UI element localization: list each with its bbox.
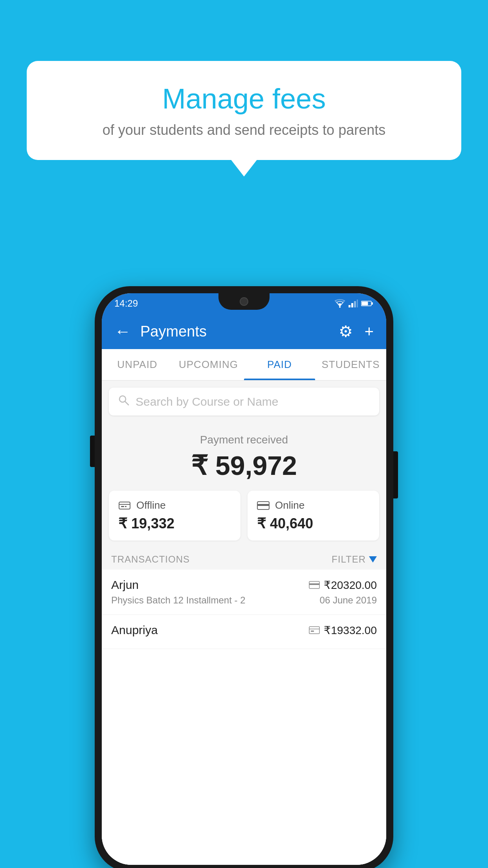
svg-rect-17 [309, 583, 319, 585]
wifi-icon [334, 299, 345, 308]
payment-cards: Offline ₹ 19,332 Online ₹ 40,640 [102, 491, 386, 548]
table-row[interactable]: Anupriya ₹19332.00 [102, 615, 386, 649]
svg-rect-1 [349, 305, 350, 307]
phone-screen: 14:29 [102, 293, 386, 865]
row-amount: ₹20320.00 [324, 579, 377, 592]
app-bar: ← Payments ⚙ + [102, 314, 386, 349]
svg-rect-20 [311, 631, 314, 632]
gear-icon[interactable]: ⚙ [339, 322, 353, 340]
search-input[interactable]: Search by Course or Name [136, 395, 279, 408]
transaction-row-top: Anupriya ₹19332.00 [111, 623, 377, 637]
online-card-header: Online [257, 499, 370, 511]
course-info: Physics Batch 12 Installment - 2 [111, 595, 245, 606]
bubble-subtitle: of your students and send receipts to pa… [50, 122, 438, 138]
offline-card: Offline ₹ 19,332 [109, 491, 240, 541]
app-bar-icons: ⚙ + [339, 322, 374, 340]
transaction-row-bottom: Physics Batch 12 Installment - 2 06 June… [111, 595, 377, 606]
online-card: Online ₹ 40,640 [248, 491, 379, 541]
offline-card-header: Offline [118, 499, 231, 511]
tab-upcoming[interactable]: UPCOMING [173, 349, 244, 380]
search-bar[interactable]: Search by Course or Name [109, 388, 379, 416]
svg-rect-7 [372, 302, 373, 305]
svg-rect-3 [354, 301, 356, 307]
tab-students[interactable]: STUDENTS [315, 349, 386, 380]
signal-icon [349, 300, 358, 307]
offline-payment-icon [309, 626, 320, 634]
offline-icon [118, 500, 131, 511]
phone-frame: 14:29 [95, 286, 393, 868]
tabs-bar: UNPAID UPCOMING PAID STUDENTS [102, 349, 386, 381]
student-name: Anupriya [111, 623, 158, 637]
filter-label: FILTER [332, 554, 366, 565]
bubble-title: Manage fees [50, 83, 438, 115]
svg-rect-18 [309, 627, 319, 634]
online-payment-icon [309, 581, 320, 589]
online-label: Online [275, 499, 305, 511]
svg-rect-12 [121, 506, 124, 507]
back-button[interactable]: ← [114, 322, 131, 341]
payment-received-section: Payment received ₹ 59,972 [102, 423, 386, 491]
svg-rect-13 [125, 506, 127, 507]
tab-unpaid[interactable]: UNPAID [102, 349, 173, 380]
svg-rect-4 [357, 300, 358, 307]
speech-bubble: Manage fees of your students and send re… [27, 61, 461, 160]
offline-amount: ₹ 19,332 [118, 515, 231, 532]
transaction-date: 06 June 2019 [320, 595, 377, 606]
search-icon [118, 395, 129, 408]
speech-bubble-container: Manage fees of your students and send re… [27, 61, 461, 160]
svg-rect-10 [119, 502, 130, 509]
top-combined: 14:29 [102, 293, 386, 349]
transaction-row-top: Arjun ₹20320.00 [111, 578, 377, 592]
table-row[interactable]: Arjun ₹20320.00 Physics Batch 12 Install… [102, 570, 386, 615]
status-time: 14:29 [114, 298, 138, 309]
phone-notch [218, 293, 270, 310]
svg-rect-15 [257, 504, 269, 506]
filter-button[interactable]: FILTER [332, 554, 377, 565]
svg-point-0 [339, 306, 341, 308]
transaction-amount: ₹19332.00 [309, 624, 377, 637]
status-icons [334, 299, 374, 308]
battery-icon [361, 300, 374, 307]
transaction-list: Arjun ₹20320.00 Physics Batch 12 Install… [102, 570, 386, 865]
camera [240, 297, 248, 306]
transactions-label: TRANSACTIONS [111, 554, 190, 565]
student-name: Arjun [111, 578, 139, 592]
svg-line-9 [125, 401, 128, 405]
online-amount: ₹ 40,640 [257, 515, 370, 532]
svg-rect-6 [362, 302, 368, 305]
add-icon[interactable]: + [365, 323, 374, 340]
payment-received-label: Payment received [102, 434, 386, 446]
row-amount: ₹19332.00 [324, 624, 377, 637]
tab-paid[interactable]: PAID [244, 349, 315, 380]
online-icon [257, 501, 270, 510]
transactions-header: TRANSACTIONS FILTER [102, 548, 386, 570]
transaction-amount: ₹20320.00 [309, 579, 377, 592]
svg-rect-2 [351, 303, 353, 307]
status-bar: 14:29 [102, 293, 386, 314]
content-area: Search by Course or Name Payment receive… [102, 381, 386, 865]
offline-label: Offline [136, 499, 166, 511]
payment-received-amount: ₹ 59,972 [102, 450, 386, 481]
app-bar-title: Payments [140, 323, 339, 340]
filter-icon [369, 556, 377, 563]
